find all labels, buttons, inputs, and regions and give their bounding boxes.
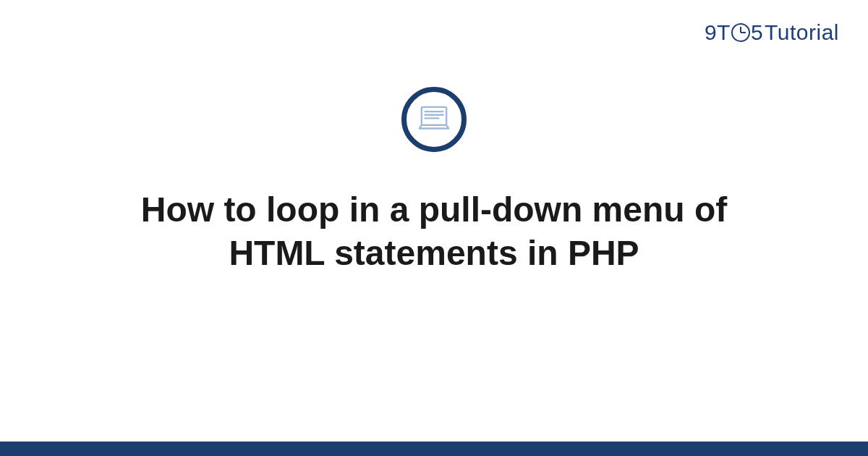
clock-icon bbox=[731, 23, 750, 42]
main-content: How to loop in a pull-down menu of HTML … bbox=[0, 87, 868, 442]
brand-part-3: Tutorial bbox=[765, 20, 839, 45]
laptop-document-icon bbox=[401, 87, 467, 152]
brand-part-1: 9T bbox=[705, 20, 731, 45]
svg-rect-0 bbox=[422, 107, 446, 125]
brand-part-2: 5 bbox=[751, 20, 763, 45]
footer-accent-bar bbox=[0, 442, 868, 456]
laptop-svg bbox=[416, 101, 452, 138]
article-title: How to loop in a pull-down menu of HTML … bbox=[72, 188, 796, 275]
brand-logo: 9T 5 Tutorial bbox=[705, 20, 839, 45]
